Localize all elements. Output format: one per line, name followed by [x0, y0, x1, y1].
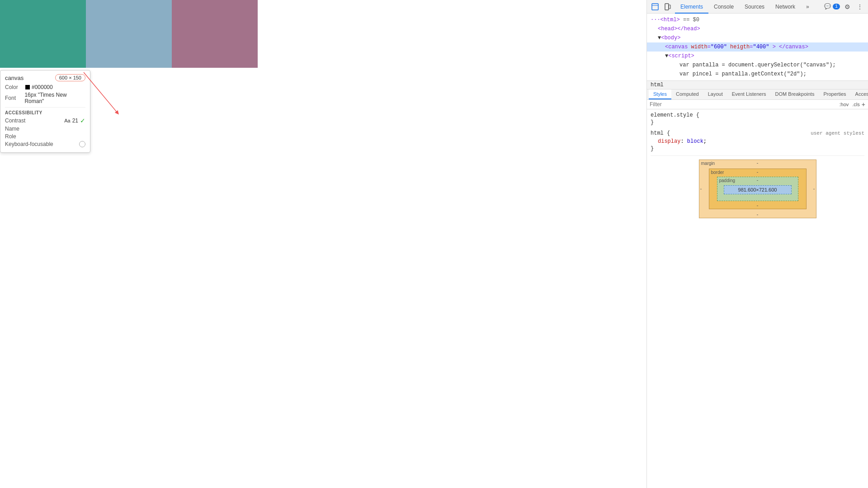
contrast-label: Contrast [5, 117, 25, 124]
hov-button[interactable]: :hov [838, 101, 851, 108]
breadcrumb-html[interactable]: html [651, 82, 664, 88]
style-block-element: element.style { } [651, 111, 864, 126]
dimensions-badge: 600 × 150 [55, 74, 85, 81]
dom-tree: ···<html> == $0 <head></head> ▼<body> <c… [647, 14, 868, 81]
border-label: border [711, 170, 724, 175]
devtools-main-tabs: Elements Console Sources Network » [675, 0, 822, 14]
color-swatch [25, 85, 30, 89]
sub-tab-accessibility[interactable]: Accessi [851, 89, 868, 99]
sub-tab-computed[interactable]: Computed [671, 89, 703, 99]
role-label: Role [5, 133, 16, 140]
message-icon: 💬 [824, 3, 831, 10]
cls-button[interactable]: .cls [850, 101, 862, 108]
margin-label: margin [701, 161, 715, 166]
canvas-block-purple [172, 0, 258, 68]
tree-line-body[interactable]: ▼<body> [647, 33, 868, 42]
devtools-panel: Elements Console Sources Network » 💬 1 ⚙… [646, 0, 868, 488]
element-tag-name: canvas [5, 75, 24, 81]
box-padding: padding - 981.600×721.600 [717, 177, 798, 201]
sub-tab-dom-breakpoints[interactable]: DOM Breakpoints [771, 89, 819, 99]
border-bottom-dash: - [756, 203, 759, 208]
box-model: margin - border - padding - 981.600×721.… [699, 160, 816, 218]
keyboard-focusable-icon [79, 141, 85, 147]
filter-bar: :hov .cls + [647, 100, 868, 109]
tree-line-html[interactable]: ···<html> == $0 [647, 15, 868, 24]
style-source: user agent stylest [811, 129, 864, 137]
element-style-close: } [651, 119, 864, 126]
font-value: 16px "Times New Roman" [24, 92, 85, 104]
device-toolbar-button[interactable] [662, 1, 673, 12]
accessibility-header: ACCESSIBILITY [5, 107, 85, 115]
canvas-preview [0, 0, 258, 68]
box-content: 981.600×721.600 [724, 185, 792, 194]
filter-input[interactable] [650, 101, 838, 108]
content-dimensions: 981.600×721.600 [738, 187, 777, 192]
margin-right-dash: - [812, 187, 815, 192]
html-style-close: } [651, 145, 864, 152]
tab-network[interactable]: Network [770, 0, 801, 14]
margin-top-dash: - [756, 161, 759, 166]
keyboard-label: Keyboard-focusable [5, 141, 53, 147]
margin-left-dash: - [700, 187, 703, 192]
tab-console[interactable]: Console [708, 0, 739, 14]
contrast-sample: Aa [64, 118, 70, 123]
sub-tab-layout[interactable]: Layout [703, 89, 727, 99]
svg-rect-4 [669, 5, 670, 9]
breadcrumb: html [647, 81, 868, 89]
name-label: Name [5, 126, 19, 132]
svg-rect-1 [652, 4, 658, 10]
tree-line-var2[interactable]: var pincel = pantalla.getContext("2d"); [647, 70, 868, 79]
style-prop-display: display: block; [651, 137, 864, 145]
box-model-section: margin - border - padding - 981.600×721.… [651, 155, 864, 222]
style-block-html: html { user agent stylest display: block… [651, 129, 864, 152]
sub-tab-properties[interactable]: Properties [819, 89, 850, 99]
tree-line-head[interactable]: <head></head> [647, 24, 868, 33]
padding-label: padding [719, 178, 736, 183]
color-label: Color [5, 84, 25, 90]
font-label: Font [5, 95, 24, 101]
color-value: #000000 [32, 84, 53, 90]
tree-line-script[interactable]: ▼<script> [647, 52, 868, 61]
contrast-value: 21 [72, 117, 78, 124]
more-options-button[interactable]: ⋮ [854, 1, 865, 12]
tree-line-var1[interactable]: var pantalla = document.querySelector("c… [647, 61, 868, 70]
padding-top-dash: - [756, 178, 759, 183]
sub-tab-event-listeners[interactable]: Event Listeners [727, 89, 771, 99]
inspect-element-button[interactable] [650, 1, 660, 12]
devtools-topbar-right: 💬 1 ⚙ ⋮ [824, 1, 865, 12]
canvas-block-blue [86, 0, 172, 68]
tree-line-canvas[interactable]: <canvas width="600" heigth="400" > </can… [647, 42, 868, 52]
tab-sources[interactable]: Sources [739, 0, 770, 14]
sub-tabs: Styles Computed Layout Event Listeners D… [647, 89, 868, 100]
border-top-dash: - [756, 170, 759, 175]
settings-button[interactable]: ⚙ [842, 1, 853, 12]
styles-content: element.style { } html { user agent styl… [647, 109, 868, 488]
devtools-topbar: Elements Console Sources Network » 💬 1 ⚙… [647, 0, 868, 14]
element-tooltip: canvas 600 × 150 Color #000000 Font 16px… [0, 70, 90, 153]
element-style-selector[interactable]: element.style { [651, 111, 864, 119]
canvas-block-teal [0, 0, 86, 68]
message-badge: 1 [833, 4, 840, 9]
add-style-button[interactable]: + [862, 101, 865, 108]
margin-bottom-dash: - [756, 212, 759, 217]
html-selector-line[interactable]: html { user agent stylest [651, 129, 864, 137]
svg-rect-3 [665, 4, 669, 10]
check-icon: ✓ [80, 117, 85, 124]
tab-elements[interactable]: Elements [675, 0, 708, 14]
tab-more[interactable]: » [801, 0, 815, 14]
sub-tab-styles[interactable]: Styles [649, 89, 671, 99]
